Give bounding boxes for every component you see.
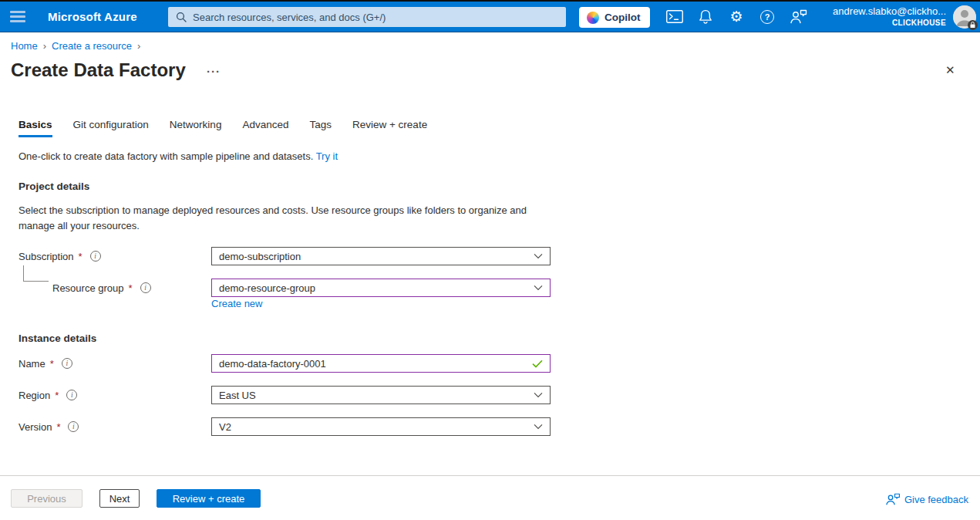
breadcrumb-home[interactable]: Home	[11, 40, 38, 52]
info-icon[interactable]	[66, 390, 77, 400]
close-icon[interactable]	[945, 63, 955, 77]
info-icon[interactable]	[62, 358, 72, 369]
create-new-link[interactable]: Create new	[211, 298, 262, 309]
search-icon	[176, 12, 187, 22]
menu-icon[interactable]	[0, 2, 35, 32]
chevron-right-icon	[137, 40, 140, 52]
notice-text: One-click to create data factory with sa…	[19, 150, 313, 162]
resource-group-dropdown[interactable]: demo-resource-group	[211, 279, 551, 297]
one-click-notice: One-click to create data factory with sa…	[19, 150, 338, 162]
chevron-down-icon	[534, 253, 543, 259]
copilot-icon	[587, 12, 599, 24]
resource-group-label: Resource group*	[52, 279, 151, 297]
required-marker: *	[79, 251, 83, 262]
give-feedback-label: Give feedback	[904, 494, 968, 505]
give-feedback-link[interactable]: Give feedback	[885, 493, 968, 505]
copilot-button[interactable]: Copilot	[579, 7, 650, 28]
feedback-icon[interactable]	[783, 2, 813, 32]
azure-portal-window: Microsoft Azure Copilot	[0, 0, 980, 520]
field-connector-line	[23, 265, 49, 282]
tab-advanced[interactable]: Advanced	[242, 119, 288, 137]
required-marker: *	[55, 390, 59, 401]
previous-button[interactable]: Previous	[11, 489, 83, 508]
subscription-dropdown[interactable]: demo-subscription	[211, 247, 551, 265]
required-marker: *	[129, 282, 133, 294]
global-search[interactable]	[168, 7, 566, 27]
review-create-button[interactable]: Review + create	[157, 489, 261, 508]
tab-bar: Basics Git configuration Networking Adva…	[19, 119, 427, 137]
brand-title[interactable]: Microsoft Azure	[48, 2, 137, 32]
subscription-label: Subscription*	[19, 247, 101, 265]
version-label: Version*	[19, 417, 79, 436]
name-input[interactable]: demo-data-factory-0001	[211, 354, 551, 373]
required-marker: *	[56, 421, 60, 433]
project-details-description: Select the subscription to manage deploy…	[19, 203, 527, 233]
region-dropdown[interactable]: East US	[211, 386, 551, 404]
try-it-link[interactable]: Try it	[316, 150, 338, 162]
project-details-heading: Project details	[19, 181, 89, 192]
account-directory: CLICKHOUSE	[833, 18, 946, 28]
tab-review-create[interactable]: Review + create	[352, 119, 427, 137]
info-icon[interactable]	[140, 282, 151, 293]
wizard-footer: Previous Next Review + create Give feedb…	[0, 475, 980, 520]
cloud-shell-icon[interactable]	[659, 2, 690, 32]
notifications-icon[interactable]	[690, 2, 721, 32]
chevron-down-icon	[534, 392, 543, 398]
tab-networking[interactable]: Networking	[170, 119, 222, 137]
tab-tags[interactable]: Tags	[309, 119, 332, 137]
required-marker: *	[50, 358, 54, 370]
avatar[interactable]	[953, 5, 976, 29]
valid-check-icon	[532, 360, 543, 368]
version-dropdown[interactable]: V2	[211, 417, 551, 436]
account-info[interactable]: andrew.slabko@clickho... CLICKHOUSE	[833, 5, 946, 28]
instance-details-heading: Instance details	[19, 333, 96, 344]
next-button[interactable]: Next	[99, 489, 140, 508]
lock-icon	[968, 20, 978, 30]
name-label: Name*	[19, 354, 72, 373]
breadcrumb: Home Create a resource	[11, 40, 140, 52]
info-icon[interactable]	[90, 251, 101, 262]
chevron-down-icon	[534, 424, 543, 430]
settings-icon[interactable]: ⚙	[721, 2, 752, 32]
top-bar-icons: ⚙	[659, 2, 813, 32]
region-label: Region*	[19, 386, 77, 404]
breadcrumb-create-a-resource[interactable]: Create a resource	[52, 40, 132, 52]
feedback-icon	[885, 493, 901, 505]
info-icon[interactable]	[68, 421, 79, 432]
search-input[interactable]	[193, 12, 558, 23]
more-options-icon[interactable]	[207, 65, 221, 78]
copilot-label: Copilot	[605, 12, 641, 23]
top-bar: Microsoft Azure Copilot	[0, 0, 980, 32]
tab-basics[interactable]: Basics	[19, 119, 52, 137]
chevron-down-icon	[534, 285, 543, 291]
account-email: andrew.slabko@clickho...	[833, 5, 946, 18]
help-icon[interactable]	[752, 2, 783, 32]
page-title: Create Data Factory	[11, 59, 186, 81]
tab-git-configuration[interactable]: Git configuration	[73, 119, 149, 137]
chevron-right-icon	[43, 40, 46, 52]
